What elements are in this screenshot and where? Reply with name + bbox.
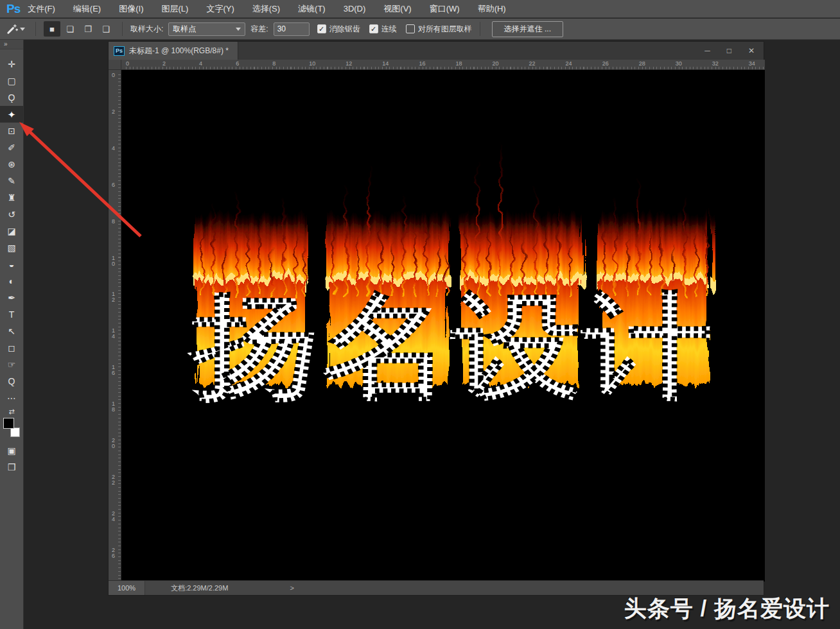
toolbar-tool[interactable]: ▣ [0,442,23,459]
ruler-number: 16 [112,365,118,376]
ruler-number: 14 [382,60,389,67]
menu-list: 文件(F)编辑(E)图像(I)图层(L)文字(Y)选择(S)滤镜(T)3D(D)… [28,3,505,15]
ruler-number: 22 [112,474,118,486]
document-tab[interactable]: Ps 未标题-1 @ 100%(RGB/8#) * [109,42,238,60]
menu-item[interactable]: 3D(D) [344,4,366,13]
toolbar-collapse-button[interactable]: » [0,40,23,49]
toolbar-tool[interactable]: ◒ [0,256,23,273]
toolbar-tool[interactable]: ↖ [0,323,23,340]
status-bar: 100% 文档:2.29M/2.29M > [109,580,764,595]
canvas[interactable]: 扬名设计 扬名设计 [121,70,765,582]
selection-mode-group: ■❏❐❑ [44,21,114,37]
toolbar: » ✛▢Ǫ✦⊡✐⊛✎♜↺◪▧◒◐✒T↖◻☞Q⋯ ⇄ ▣❒ [0,40,24,629]
menu-item[interactable]: 编辑(E) [73,3,101,15]
selection-mode-icon: ❏ [66,24,74,34]
selection-mode-button[interactable]: ❑ [98,21,114,37]
menu-item[interactable]: 滤镜(T) [298,3,326,15]
selection-mode-button[interactable]: ❐ [80,21,96,37]
tool-icon: ▢ [7,76,15,85]
minimize-button[interactable]: ─ [704,46,710,55]
photoshop-logo: Ps [0,2,28,16]
ruler-number: 4 [199,60,202,67]
toolbar-tool[interactable]: ⊛ [0,156,23,173]
sample-size-value: 取样点 [173,24,196,35]
toolbar-tool[interactable]: ▢ [0,73,23,89]
tool-icon: ▣ [7,446,15,455]
toolbar-tool[interactable]: ◪ [0,223,23,239]
sample-size-dropdown[interactable]: 取样点 [168,22,245,36]
ruler-number: 18 [455,60,462,67]
toolbar-tool[interactable]: ✒ [0,289,23,306]
ruler-number: 8 [112,219,118,225]
maximize-button[interactable]: □ [727,46,731,55]
tolerance-input[interactable] [274,22,310,36]
toolbar-tool[interactable]: ♜ [0,189,23,206]
menu-item[interactable]: 视图(V) [383,3,411,15]
options-checkbox[interactable]: 连续 [369,24,397,35]
close-button[interactable]: ✕ [748,46,755,55]
foreground-color-swatch[interactable] [3,418,14,429]
selection-mode-button[interactable]: ■ [44,21,60,37]
tool-icon: ◒ [9,260,14,269]
checkbox-box [317,24,326,33]
menu-item[interactable]: 文字(Y) [206,3,234,15]
selection-mode-button[interactable]: ❏ [62,21,78,37]
toolbar-tool[interactable]: ↺ [0,206,23,223]
ruler-number: 34 [749,60,755,67]
tool-icon: ◪ [7,227,15,236]
ruler-number: 2 [112,109,118,115]
menu-item[interactable]: 窗口(W) [430,3,460,15]
toolbar-tool[interactable]: ⊡ [0,123,23,139]
tool-preset-dropdown[interactable] [4,22,28,37]
toolbar-tool[interactable]: T [0,306,23,323]
tool-icon: T [9,310,15,319]
zoom-level-field[interactable]: 100% [109,581,145,595]
toolbar-tool[interactable]: ◐ [0,273,23,289]
color-swatches [3,418,20,437]
toolbar-tool[interactable]: ✎ [0,173,23,189]
toolbar-tool[interactable]: ❒ [0,459,23,476]
ruler-corner [109,60,121,70]
separator [122,22,123,36]
ruler-number: 10 [112,255,118,267]
ruler-number: 20 [112,438,118,449]
tool-icon: ✎ [8,177,15,185]
checkbox-box [406,24,415,33]
document-info: 文档:2.29M/2.29M [171,583,228,593]
toolbar-tool[interactable]: ✦ [0,106,23,123]
toolbar-tool[interactable]: ☞ [0,356,23,373]
tool-icon: ↖ [8,327,15,336]
menu-item[interactable]: 文件(F) [28,3,55,15]
swap-colors-icon[interactable]: ⇄ [8,408,14,417]
background-color-swatch[interactable] [10,427,20,437]
tool-icon: ⊛ [8,160,15,169]
ruler-number: 14 [112,328,118,340]
toolbar-tool[interactable]: ⋯ [0,390,23,406]
selection-mode-icon: ❐ [84,24,92,34]
ruler-number: 30 [676,60,682,67]
ruler-number: 6 [236,60,239,67]
options-checkbox[interactable]: 对所有图层取样 [406,24,472,35]
watermark: 头条号 / 扬名爱设计 [624,594,830,624]
toolbar-tool[interactable]: ▧ [0,239,23,256]
toolbar-tool[interactable]: Q [0,373,23,390]
menu-item[interactable]: 图层(L) [161,3,188,15]
toolbar-tool[interactable]: ✛ [0,56,23,73]
ruler-number: 8 [272,60,276,67]
checkbox-label: 消除锯齿 [329,24,360,35]
menu-item[interactable]: 图像(I) [119,3,143,15]
tool-icon: ◻ [8,343,15,352]
toolbar-tool[interactable]: ✐ [0,139,23,156]
toolbar-tool[interactable]: Ǫ [0,89,23,106]
options-checkbox[interactable]: 消除锯齿 [317,24,360,35]
window-controls: ─ □ ✕ [704,46,764,55]
menu-item[interactable]: 选择(S) [252,3,280,15]
options-bar: ■❏❐❑ 取样大小: 取样点 容差: 消除锯齿 连续 [0,19,840,40]
separator [480,22,480,36]
toolbar-tool[interactable]: ◻ [0,340,23,356]
fire-text-artwork: 扬名设计 扬名设计 [121,70,765,582]
select-and-mask-button[interactable]: 选择并遮住 ... [492,21,563,37]
ruler-number: 26 [602,60,609,67]
menu-item[interactable]: 帮助(H) [478,3,506,15]
status-chevron-icon[interactable]: > [290,584,293,592]
